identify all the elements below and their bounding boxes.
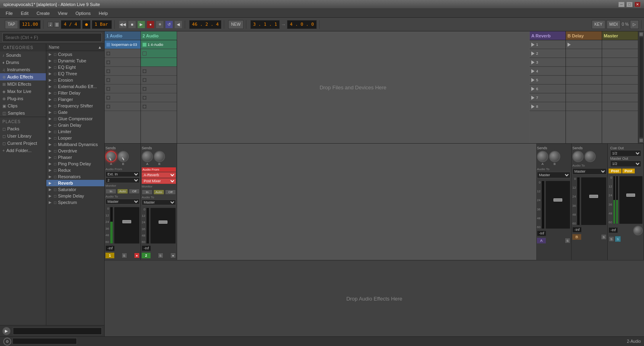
track2-clip2[interactable] <box>141 49 177 58</box>
audio-from-select2[interactable]: A-Reverb <box>142 172 176 178</box>
file-saturator[interactable]: ▶ □ Saturator <box>46 186 104 193</box>
file-filter-delay[interactable]: ▶ □ Filter Delay <box>46 90 104 96</box>
track2-fader-handle[interactable] <box>159 220 167 224</box>
track2-fader[interactable] <box>150 208 176 244</box>
delay-fader[interactable] <box>581 177 607 225</box>
file-corpus[interactable]: ▶ □ Corpus <box>46 51 104 58</box>
master-fader-handle[interactable] <box>626 194 635 197</box>
delay-num-btn[interactable]: B <box>572 234 581 240</box>
audio-from-select1[interactable]: Ext. In <box>105 171 140 177</box>
file-overdrive[interactable]: ▶ □ Overdrive <box>46 148 104 154</box>
audio-to-select2[interactable]: Master <box>142 200 176 205</box>
play-button[interactable]: ▶ <box>137 21 145 29</box>
right-scrollbar[interactable] <box>638 31 644 143</box>
track2-send-a-knob[interactable] <box>142 151 153 162</box>
track1-fader[interactable] <box>114 207 140 244</box>
delay-audio-to-select[interactable]: Master <box>572 168 607 175</box>
file-redux[interactable]: ▶ □ Redux <box>46 167 104 173</box>
audio-from-route-select2[interactable]: Post Mixer <box>142 178 176 184</box>
prev-button[interactable]: ◀◀ <box>119 21 127 29</box>
track2-clip4[interactable] <box>141 67 177 76</box>
place-current-project[interactable]: ◻ Current Project <box>0 140 46 147</box>
file-spectrum[interactable]: ▶ □ Spectrum <box>46 199 104 206</box>
delay-send-b-knob[interactable] <box>584 151 596 162</box>
preview-input[interactable] <box>13 327 102 335</box>
reverb-launch1[interactable]: 1 <box>530 40 566 49</box>
cat-plug-ins[interactable]: ⊗ Plug-ins <box>0 95 46 102</box>
in-out-button[interactable]: ▷ <box>630 20 639 29</box>
loop-length-display[interactable]: 1 Bar <box>92 20 112 29</box>
file-phaser[interactable]: ▶ □ Phaser <box>46 154 104 161</box>
reverb-send-a-knob[interactable] <box>537 151 548 162</box>
master-post-btn-b[interactable]: Post <box>622 169 635 173</box>
master-header[interactable]: Master <box>602 31 638 40</box>
track1-clip7[interactable] <box>105 93 140 102</box>
cat-samples[interactable]: ◫ Samples <box>0 109 46 117</box>
menu-options[interactable]: Options <box>71 10 95 16</box>
delay-fader-handle[interactable] <box>589 195 598 198</box>
place-add-folder[interactable]: + Add Folder... <box>0 147 46 154</box>
master-solo-btn[interactable]: S <box>609 236 614 242</box>
delay-send-a-knob[interactable] <box>572 151 584 162</box>
scroll-down-btn[interactable] <box>639 138 643 142</box>
key-button[interactable]: KEY <box>592 20 605 29</box>
clip1-launch-btn[interactable] <box>106 43 110 47</box>
reverb-launch7[interactable]: 7 <box>530 93 566 102</box>
file-resonators[interactable]: ▶ □ Resonators <box>46 173 104 180</box>
midi-button[interactable]: MIDI <box>607 20 621 29</box>
cat-instruments[interactable]: ♫ Instruments <box>0 66 46 73</box>
cue-out-select[interactable]: 1/2 <box>610 150 641 157</box>
file-limiter[interactable]: ▶ □ Limiter <box>46 128 104 135</box>
file-dynamic-tube[interactable]: ▶ □ Dynamic Tube <box>46 58 104 64</box>
track2-clip7[interactable] <box>141 93 177 102</box>
monitor-in-btn2[interactable]: In <box>142 189 153 195</box>
reverb-send-b-knob[interactable] <box>549 151 560 162</box>
track1-clip5[interactable] <box>105 76 140 84</box>
track1-clip4[interactable] <box>105 67 140 76</box>
track1-clip2[interactable] <box>105 49 140 58</box>
file-gate[interactable]: ▶ □ Gate <box>46 109 104 115</box>
status-left-btn[interactable]: ⚙ <box>3 338 11 346</box>
file-glue-compressor[interactable]: ▶ □ Glue Compressor <box>46 115 104 122</box>
reverb-launch8[interactable]: 8 <box>530 102 566 111</box>
preview-button[interactable]: ▶ <box>2 327 10 335</box>
stop-button[interactable]: ■ <box>128 21 136 29</box>
back-button[interactable]: ◀ <box>174 21 182 29</box>
tap-button[interactable]: TAP <box>5 20 18 29</box>
track2-header[interactable]: 2 Audio <box>141 31 177 40</box>
track1-clip1[interactable]: looperman-a-03 <box>105 40 140 49</box>
cat-max-for-live[interactable]: ◈ Max for Live <box>0 88 46 95</box>
record-button[interactable]: ● <box>147 21 155 29</box>
cue-knob[interactable] <box>633 226 643 235</box>
file-simple-delay[interactable]: ▶ □ Simple Delay <box>46 193 104 199</box>
menu-edit[interactable]: Edit <box>17 10 33 16</box>
track2-clip3[interactable] <box>141 58 177 67</box>
sort-icon[interactable]: ▲ <box>98 45 102 49</box>
reverb-launch4[interactable]: 4 <box>530 67 566 76</box>
delay-header[interactable]: B Delay <box>566 31 602 40</box>
delay-launch1[interactable] <box>566 40 602 49</box>
track1-fader-handle[interactable] <box>122 220 131 223</box>
track2-clip1[interactable]: 1 4-Audio <box>141 40 177 49</box>
track2-arm-btn[interactable]: ● <box>170 253 176 258</box>
file-eq-three[interactable]: ▶ □ EQ Three <box>46 70 104 77</box>
close-button[interactable]: ✕ <box>634 2 641 7</box>
cat-drums[interactable]: ♦ Drums <box>0 59 46 66</box>
scroll-thumb[interactable] <box>639 37 643 138</box>
menu-view[interactable]: View <box>54 10 72 16</box>
file-ping-pong-delay[interactable]: ▶ □ Ping Pong Delay <box>46 161 104 167</box>
track1-solo-btn[interactable]: S <box>122 253 127 258</box>
track2-solo-btn[interactable]: S <box>158 253 163 258</box>
menu-file[interactable]: File <box>2 10 17 16</box>
window-controls[interactable]: ─ □ ✕ <box>618 2 641 7</box>
track1-send-a-knob[interactable] <box>105 151 117 162</box>
reverb-launch3[interactable]: 3 <box>530 58 566 67</box>
place-user-library[interactable]: ◻ User Library <box>0 132 46 140</box>
track1-send-b-knob[interactable] <box>118 151 129 162</box>
file-frequency-shifter[interactable]: ▶ □ Frequency Shifter <box>46 103 104 109</box>
monitor-auto-btn1[interactable]: Auto <box>117 189 128 194</box>
file-looper[interactable]: ▶ □ Looper <box>46 135 104 141</box>
file-eq-eight[interactable]: ▶ □ EQ Eight <box>46 64 104 70</box>
track2-clip8[interactable] <box>141 102 177 111</box>
menu-create[interactable]: Create <box>33 10 54 16</box>
